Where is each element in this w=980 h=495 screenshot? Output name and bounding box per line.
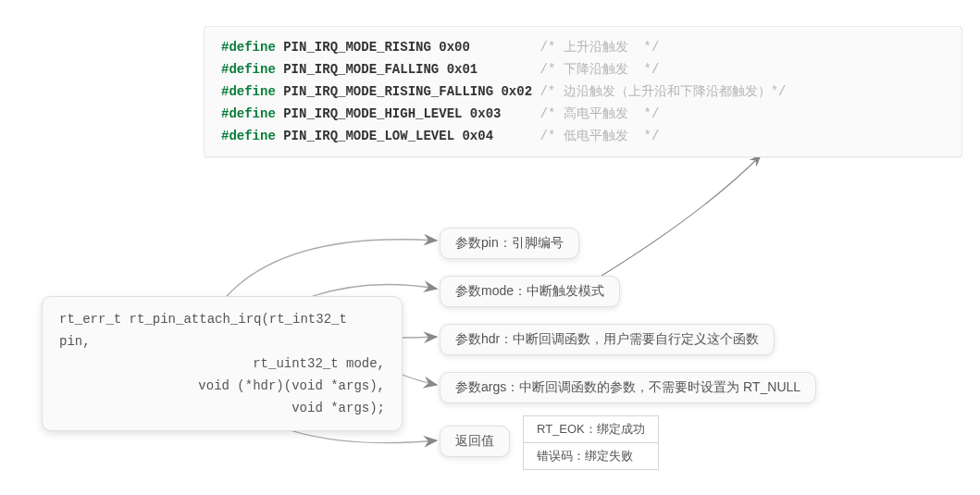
code-line: #define PIN_IRQ_MODE_RISING 0x00 /* 上升沿触… bbox=[221, 36, 945, 58]
return-label-box: 返回值 bbox=[440, 426, 510, 457]
code-line: #define PIN_IRQ_MODE_HIGH_LEVEL 0x03 /* … bbox=[221, 103, 945, 125]
param-mode-box: 参数mode：中断触发模式 bbox=[440, 276, 620, 307]
param-hdr-box: 参数hdr：中断回调函数，用户需要自行定义这个函数 bbox=[440, 324, 775, 355]
return-row-ok: RT_EOK：绑定成功 bbox=[524, 416, 659, 443]
fn-line-2: rt_uint32_t mode, bbox=[59, 353, 385, 375]
function-signature-box: rt_err_t rt_pin_attach_irq(rt_int32_t pi… bbox=[42, 296, 403, 431]
code-line: #define PIN_IRQ_MODE_RISING_FALLING 0x02… bbox=[221, 80, 945, 103]
param-args-box: 参数args：中断回调函数的参数，不需要时设置为 RT_NULL bbox=[440, 372, 816, 403]
return-value-table: RT_EOK：绑定成功 错误码：绑定失败 bbox=[523, 415, 659, 470]
code-block: #define PIN_IRQ_MODE_RISING 0x00 /* 上升沿触… bbox=[204, 26, 962, 157]
fn-line-3: void (*hdr)(void *args), bbox=[59, 375, 385, 397]
param-pin-box: 参数pin：引脚编号 bbox=[440, 228, 579, 259]
return-row-err: 错误码：绑定失败 bbox=[524, 443, 659, 470]
fn-line-1: rt_err_t rt_pin_attach_irq(rt_int32_t pi… bbox=[59, 308, 385, 353]
fn-line-4: void *args); bbox=[59, 397, 385, 419]
code-line: #define PIN_IRQ_MODE_LOW_LEVEL 0x04 /* 低… bbox=[221, 125, 945, 147]
code-line: #define PIN_IRQ_MODE_FALLING 0x01 /* 下降沿… bbox=[221, 58, 945, 80]
